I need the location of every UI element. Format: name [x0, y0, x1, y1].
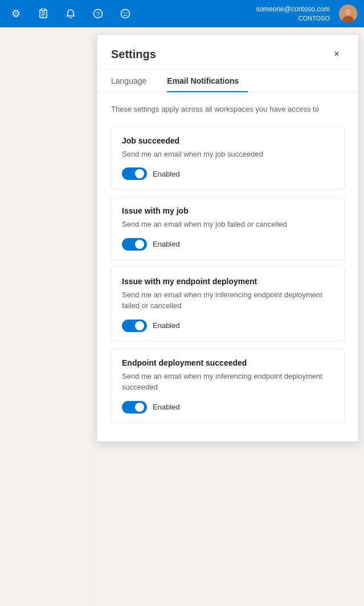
notification-card-job-succeeded: Job succeeded Send me an email when my j… — [111, 126, 345, 190]
card-title-issue-endpoint: Issue with my endpoint deployment — [122, 277, 334, 286]
settings-title: Settings — [111, 48, 156, 61]
toggle-issue-endpoint[interactable] — [122, 320, 147, 332]
svg-point-9 — [126, 13, 128, 14]
user-org: CONTOSO — [298, 14, 330, 23]
avatar[interactable] — [339, 5, 357, 23]
topbar: ⚙ ? someone@contoso.com CONTO — [0, 0, 364, 27]
card-desc-endpoint-succeeded: Send me an email when my inferencing end… — [122, 371, 334, 393]
card-title-job-succeeded: Job succeeded — [122, 136, 334, 145]
settings-header: Settings × — [97, 35, 358, 69]
svg-rect-1 — [42, 9, 45, 11]
notification-card-issue-job: Issue with my job Send me an email when … — [111, 196, 345, 260]
settings-content: These settings apply across all workspac… — [97, 92, 358, 441]
svg-text:?: ? — [96, 11, 100, 18]
tab-email-notifications[interactable]: Email Notifications — [167, 69, 248, 92]
settings-description: These settings apply across all workspac… — [111, 104, 345, 115]
user-email: someone@contoso.com — [256, 5, 330, 14]
settings-icon[interactable]: ⚙ — [7, 5, 25, 23]
toggle-row-issue-job: Enabled — [122, 238, 334, 251]
notification-card-issue-endpoint: Issue with my endpoint deployment Send m… — [111, 267, 345, 342]
notification-card-endpoint-succeeded: Endpoint deployment succeeded Send me an… — [111, 349, 345, 423]
toggle-row-endpoint-succeeded: Enabled — [122, 401, 334, 413]
question-icon[interactable]: ? — [89, 5, 107, 23]
card-desc-job-succeeded: Send me an email when my job succeeded — [122, 149, 334, 160]
clipboard-icon[interactable] — [34, 5, 52, 23]
smiley-icon[interactable] — [116, 5, 134, 23]
close-button[interactable]: × — [329, 46, 345, 62]
tab-language[interactable]: Language — [111, 69, 156, 92]
toggle-label-job-succeeded: Enabled — [153, 170, 180, 178]
svg-point-8 — [124, 13, 125, 14]
card-title-endpoint-succeeded: Endpoint deployment succeeded — [122, 358, 334, 367]
tabs-container: Language Email Notifications — [97, 69, 358, 92]
toggle-job-succeeded[interactable] — [122, 167, 147, 180]
settings-panel: Settings × Language Email Notifications … — [97, 34, 359, 442]
sidebar — [0, 27, 94, 606]
user-info: someone@contoso.com CONTOSO — [256, 5, 330, 23]
toggle-label-issue-job: Enabled — [153, 240, 180, 248]
toggle-row-issue-endpoint: Enabled — [122, 320, 334, 332]
svg-point-7 — [121, 10, 130, 18]
toggle-label-endpoint-succeeded: Enabled — [153, 403, 180, 411]
svg-point-13 — [345, 9, 351, 15]
toggle-issue-job[interactable] — [122, 238, 147, 251]
toggle-label-issue-endpoint: Enabled — [153, 321, 180, 330]
toggle-endpoint-succeeded[interactable] — [122, 401, 147, 413]
toggle-row-job-succeeded: Enabled — [122, 167, 334, 180]
card-desc-issue-job: Send me an email when my job failed or c… — [122, 219, 334, 230]
bell-icon[interactable] — [62, 5, 80, 23]
card-title-issue-job: Issue with my job — [122, 206, 334, 215]
card-desc-issue-endpoint: Send me an email when my inferencing end… — [122, 289, 334, 312]
